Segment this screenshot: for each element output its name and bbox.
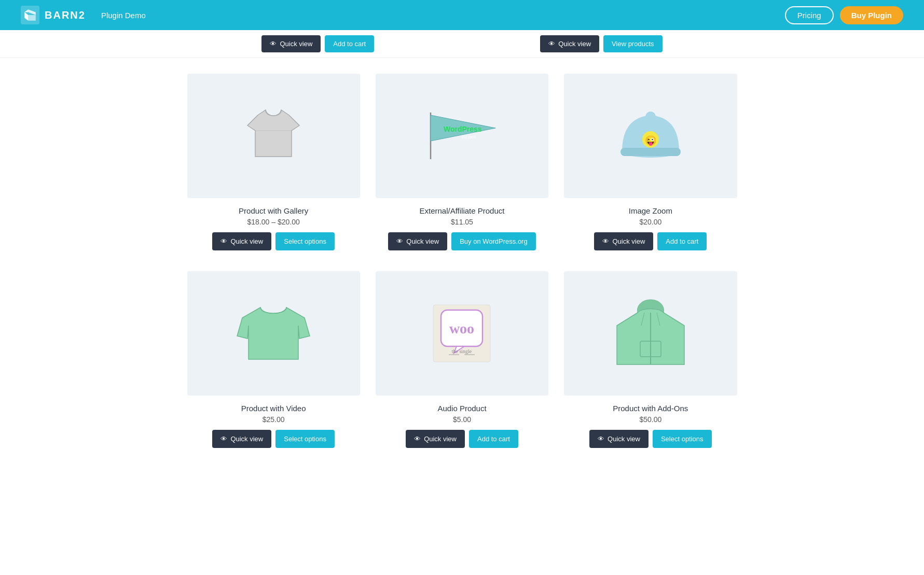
top-viewproducts-right[interactable]: View products [603,35,662,52]
quickview-button-audio[interactable]: 👁 Quick view [406,430,465,448]
product-name-audio: Audio Product [437,404,486,413]
svg-text:WordPress: WordPress [444,125,482,133]
addcart-button-audio[interactable]: Add to cart [469,430,518,448]
product-price-video: $25.00 [263,415,285,424]
quickview-eye-icon-addons: 👁 [598,435,604,443]
quickview-button-addons[interactable]: 👁 Quick view [589,430,649,448]
header-actions: Pricing Buy Plugin [785,6,903,24]
product-actions-video: 👁 Quick view Select options [212,430,335,448]
pricing-button[interactable]: Pricing [785,6,834,24]
product-name-gallery: Product with Gallery [239,206,308,215]
top-strip: 👁 Quick view Add to cart 👁 Quick view Vi… [0,30,924,58]
brand-logo[interactable]: BARN2 [21,6,86,24]
plugin-demo-link[interactable]: Plugin Demo [101,11,146,20]
top-quickview-left[interactable]: 👁 Quick view [261,35,321,52]
eye-icon-left: 👁 [270,40,277,48]
product-actions-addons: 👁 Quick view Select options [589,430,712,448]
select-options-button-video[interactable]: Select options [275,430,335,448]
svg-point-6 [645,111,656,122]
eye-icon-right: 👁 [548,40,555,48]
quickview-eye-icon-video: 👁 [220,435,227,443]
product-image-gallery [187,74,360,198]
product-card-zoom: 😜 Image Zoom $20.00 👁 Quick view Add to … [564,74,737,250]
product-name-external: External/Affiliate Product [420,206,505,215]
quickview-eye-icon-audio: 👁 [414,435,421,443]
product-card-external: WordPress est 2003 External/Affiliate Pr… [376,74,548,250]
product-card-video: Product with Video $25.00 👁 Quick view S… [187,271,360,448]
product-price-gallery: $18.00 – $20.00 [247,218,300,226]
product-image-video [187,271,360,396]
quickview-eye-icon-gallery: 👁 [220,237,227,245]
top-quickview-right[interactable]: 👁 Quick view [540,35,599,52]
quickview-button-zoom[interactable]: 👁 Quick view [594,232,653,250]
product-price-zoom: $20.00 [639,218,661,226]
product-image-external: WordPress est 2003 [376,74,548,198]
top-strip-left: 👁 Quick view Add to cart [261,35,374,52]
product-actions-audio: 👁 Quick view Add to cart [406,430,518,448]
top-addcart-left[interactable]: Add to cart [325,35,374,52]
quickview-eye-icon-zoom: 👁 [602,237,609,245]
product-name-video: Product with Video [241,404,306,413]
svg-text:est 2003: est 2003 [462,135,476,139]
brand-name: BARN2 [45,9,86,21]
product-card-gallery: Product with Gallery $18.00 – $20.00 👁 Q… [187,74,360,250]
product-price-audio: $5.00 [453,415,471,424]
svg-text:woo: woo [449,320,474,336]
product-image-addons [564,271,737,396]
buy-wordpress-button[interactable]: Buy on WordPress.org [451,232,536,250]
product-actions-gallery: 👁 Quick view Select options [212,232,335,250]
buy-plugin-button[interactable]: Buy Plugin [840,6,903,24]
product-price-external: $11.05 [451,218,473,226]
site-header: BARN2 Plugin Demo Pricing Buy Plugin [0,0,924,30]
product-image-zoom: 😜 [564,74,737,198]
product-grid: Product with Gallery $18.00 – $20.00 👁 Q… [187,74,737,448]
product-price-addons: $50.00 [639,415,661,424]
product-actions-external: 👁 Quick view Buy on WordPress.org [388,232,535,250]
select-options-button-addons[interactable]: Select options [653,430,712,448]
product-name-zoom: Image Zoom [629,206,672,215]
main-content: Product with Gallery $18.00 – $20.00 👁 Q… [177,58,748,464]
addcart-button-zoom[interactable]: Add to cart [657,232,707,250]
quickview-eye-icon-external: 👁 [396,237,403,245]
select-options-button-gallery[interactable]: Select options [275,232,335,250]
top-strip-right: 👁 Quick view View products [540,35,662,52]
product-card-addons: Product with Add-Ons $50.00 👁 Quick view… [564,271,737,448]
product-card-audio: woo the single Audio Product $5.00 👁 Qui… [376,271,548,448]
svg-text:the single: the single [452,348,472,354]
product-image-audio: woo the single [376,271,548,396]
svg-text:😜: 😜 [645,135,657,146]
quickview-button-external[interactable]: 👁 Quick view [388,232,447,250]
product-actions-zoom: 👁 Quick view Add to cart [594,232,707,250]
product-name-addons: Product with Add-Ons [613,404,688,413]
quickview-button-gallery[interactable]: 👁 Quick view [212,232,271,250]
quickview-button-video[interactable]: 👁 Quick view [212,430,271,448]
svg-rect-5 [620,148,681,156]
